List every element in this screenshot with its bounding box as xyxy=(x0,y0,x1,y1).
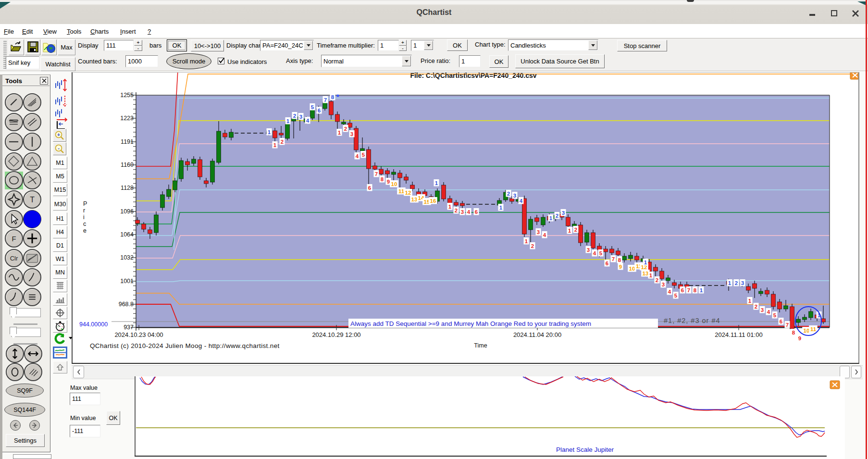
svg-text:7: 7 xyxy=(375,171,378,177)
svg-text:3: 3 xyxy=(662,282,665,287)
svg-text:P: P xyxy=(83,200,87,207)
svg-text:6: 6 xyxy=(606,261,608,266)
svg-text:T: T xyxy=(30,196,35,204)
svg-text:3: 3 xyxy=(562,210,565,216)
svg-text:1: 1 xyxy=(748,298,752,304)
svg-text:7: 7 xyxy=(687,287,690,293)
svg-text:1: 1 xyxy=(268,129,271,135)
svg-text:5: 5 xyxy=(599,250,603,256)
svg-text:4: 4 xyxy=(593,250,596,256)
svg-text:2024.11.11 01:00: 2024.11.11 01:00 xyxy=(715,331,762,338)
svg-text:2: 2 xyxy=(344,126,347,132)
svg-text:1: 1 xyxy=(338,130,341,136)
svg-text:9: 9 xyxy=(798,335,801,341)
svg-text:+: + xyxy=(57,132,60,137)
svg-text:10: 10 xyxy=(629,266,635,272)
svg-text:-: - xyxy=(58,145,60,151)
svg-text:3: 3 xyxy=(350,131,353,137)
svg-text:2: 2 xyxy=(556,213,558,219)
svg-text:3: 3 xyxy=(513,193,516,198)
svg-text:12: 12 xyxy=(405,190,411,196)
svg-text:1: 1 xyxy=(525,238,528,244)
svg-text:2: 2 xyxy=(281,139,284,145)
svg-text:5: 5 xyxy=(362,152,365,158)
svg-text:1: 1 xyxy=(499,205,503,211)
svg-text:3: 3 xyxy=(461,209,464,215)
svg-text:10: 10 xyxy=(804,328,810,334)
svg-text:QChartist (c) 2010-2024 Julien: QChartist (c) 2010-2024 Julien Moog - ht… xyxy=(90,342,280,349)
svg-text:3: 3 xyxy=(741,280,744,286)
svg-text:Time: Time xyxy=(474,342,487,349)
svg-text:3: 3 xyxy=(537,229,540,235)
svg-text:1: 1 xyxy=(568,228,571,234)
svg-text:8: 8 xyxy=(381,176,384,182)
svg-text:1: 1 xyxy=(700,287,703,293)
svg-text:13: 13 xyxy=(643,271,649,276)
svg-text:4: 4 xyxy=(668,289,671,295)
svg-text:10: 10 xyxy=(391,181,397,187)
svg-text:i: i xyxy=(83,214,85,221)
svg-text:13: 13 xyxy=(411,197,418,202)
svg-text:3: 3 xyxy=(761,307,764,313)
svg-text:4: 4 xyxy=(467,209,471,215)
svg-text:6: 6 xyxy=(681,287,684,293)
svg-text:944.00000: 944.00000 xyxy=(79,321,108,328)
svg-text:1: 1 xyxy=(435,180,438,186)
svg-text:Planet Scale Jupiter: Planet Scale Jupiter xyxy=(556,446,614,453)
svg-text:3: 3 xyxy=(299,114,302,120)
svg-text:e: e xyxy=(83,227,87,234)
svg-text:1: 1 xyxy=(273,142,277,148)
svg-text:2024.11.04 20:00: 2024.11.04 20:00 xyxy=(513,331,561,338)
svg-text:7: 7 xyxy=(612,256,615,262)
svg-text:2: 2 xyxy=(455,208,458,213)
svg-text:8: 8 xyxy=(618,257,621,263)
svg-text:8: 8 xyxy=(331,94,335,100)
svg-text:2: 2 xyxy=(735,280,738,286)
svg-text:16: 16 xyxy=(430,198,436,204)
svg-text:r: r xyxy=(83,207,85,214)
svg-text:7: 7 xyxy=(324,97,327,103)
svg-text:6: 6 xyxy=(475,209,478,215)
svg-text:5: 5 xyxy=(773,312,777,318)
svg-text:9: 9 xyxy=(387,179,390,185)
svg-text:6: 6 xyxy=(780,319,782,324)
svg-text:1: 1 xyxy=(728,280,732,286)
svg-text:2: 2 xyxy=(507,191,510,197)
svg-text:2: 2 xyxy=(656,277,658,283)
svg-text:2: 2 xyxy=(531,243,534,249)
svg-text:5: 5 xyxy=(311,104,314,110)
svg-text:2: 2 xyxy=(574,227,577,233)
svg-text:8: 8 xyxy=(694,287,697,293)
svg-text:6: 6 xyxy=(318,108,321,113)
svg-text:1: 1 xyxy=(286,118,290,124)
svg-text:3: 3 xyxy=(587,247,590,253)
svg-text:4: 4 xyxy=(520,198,523,204)
svg-text:4: 4 xyxy=(306,118,310,124)
svg-text:F: F xyxy=(12,235,16,243)
svg-text:1: 1 xyxy=(448,204,452,210)
svg-text:5: 5 xyxy=(674,293,678,298)
svg-text:1: 1 xyxy=(549,215,553,221)
svg-text:1: 1 xyxy=(649,273,653,278)
svg-text:Always add TD Sequential >=9 a: Always add TD Sequential >=9 and Murrey … xyxy=(350,320,591,327)
svg-text:11: 11 xyxy=(810,326,817,332)
svg-text:2024.10.23 04:00: 2024.10.23 04:00 xyxy=(114,331,163,338)
svg-text:8: 8 xyxy=(792,330,795,335)
svg-text:11: 11 xyxy=(398,188,405,194)
svg-text:4: 4 xyxy=(767,309,770,315)
svg-text:9: 9 xyxy=(619,264,622,270)
svg-text:4: 4 xyxy=(543,232,546,238)
svg-text:File: C:\QChartist\csv\PA=F240: File: C:\QChartist\csv\PA=F240_240.csv xyxy=(410,73,536,79)
svg-text:1: 1 xyxy=(644,260,647,265)
svg-text:2: 2 xyxy=(755,304,757,310)
svg-text:Clr: Clr xyxy=(10,255,18,262)
svg-text:4: 4 xyxy=(356,153,359,159)
svg-text:c: c xyxy=(83,221,86,227)
svg-text:2024.10.29 12:00: 2024.10.29 12:00 xyxy=(312,331,360,338)
svg-text:2: 2 xyxy=(293,113,296,119)
svg-text:#1, #2, #3 or #4: #1, #2, #3 or #4 xyxy=(664,317,720,324)
svg-text:7: 7 xyxy=(786,322,789,328)
svg-text:6: 6 xyxy=(368,185,371,191)
